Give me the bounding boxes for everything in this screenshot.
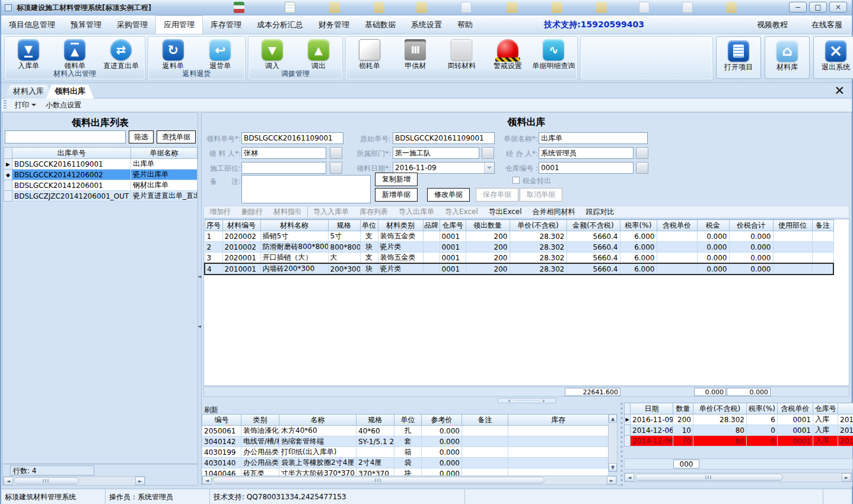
cell-quantity[interactable]: 10	[673, 425, 693, 436]
cell-material-code[interactable]: 2020001	[222, 253, 260, 264]
cell-category[interactable]: 瓷片类	[378, 263, 423, 275]
cell-amount[interactable]: 5660.4	[566, 253, 620, 264]
cell-unit[interactable]: 扎	[394, 426, 422, 436]
cell-doc-name[interactable]: 出库单	[131, 159, 198, 170]
ribbon-button[interactable]: 退出系统	[813, 36, 853, 79]
cell-material-name[interactable]: 插销5寸	[260, 231, 328, 242]
scroll-left-icon[interactable]: ◄	[625, 473, 634, 481]
grid-toolbar-button[interactable]: 导入出库单	[393, 207, 440, 217]
cell-unit[interactable]: 袋	[394, 458, 422, 468]
column-header[interactable]: 税金	[697, 220, 729, 231]
cell-quantity[interactable]: 200	[466, 263, 510, 275]
cell-year[interactable]: 2014	[838, 425, 853, 436]
cell-total-with-tax[interactable]: 0.000	[729, 231, 773, 242]
cell-unit[interactable]: 套	[394, 436, 422, 447]
cell-name[interactable]: 打印纸(出入库单)	[279, 447, 357, 458]
cell-material-code[interactable]: 2020002	[222, 231, 260, 242]
column-header[interactable]: 类别	[241, 414, 279, 426]
column-header[interactable]: 数量	[673, 403, 693, 414]
cell-doc-name[interactable]: 钢材出库单	[131, 180, 198, 191]
browse-button[interactable]	[330, 147, 342, 159]
tax-transfer-checkbox[interactable]	[513, 177, 520, 184]
cell-name[interactable]: 热缩套管终端	[279, 436, 357, 447]
cell-tax-rate[interactable]: 0	[747, 436, 778, 446]
cell-unit-price[interactable]: 80	[693, 436, 747, 446]
cell-index[interactable]: 1	[205, 231, 222, 242]
ribbon-button[interactable]: 打开项目	[716, 36, 761, 79]
cell-unit-price[interactable]: 28.302	[510, 231, 566, 242]
column-header[interactable]: 日期	[631, 403, 673, 414]
cell-category[interactable]: 装饰油漆化工类	[241, 426, 279, 436]
cell-unit-price[interactable]: 28.302	[510, 263, 566, 275]
close-tab-icon[interactable]: ✕	[834, 84, 845, 97]
cell-code[interactable]: 3040142	[202, 436, 241, 447]
cell-category[interactable]: 瓷片类	[378, 242, 423, 253]
horizontal-scrollbar[interactable]: ◄ ►	[202, 476, 617, 485]
restore-button[interactable]: □	[809, 2, 827, 12]
table-row[interactable]: 2050061 装饰油漆化工类 木方40*60 40*60 扎 0.000	[202, 426, 609, 436]
cell-tax[interactable]: 0.000	[697, 253, 729, 264]
browse-button[interactable]	[330, 162, 342, 174]
cell-code[interactable]: 4030199	[202, 447, 241, 458]
menu-item[interactable]: 库存管理	[203, 15, 249, 34]
cell-warehouse[interactable]: 0001	[440, 231, 466, 242]
cell-quantity[interactable]: 200	[466, 242, 510, 253]
ribbon-button[interactable]: 单据明细查询	[531, 38, 576, 71]
cell-spec[interactable]: 5寸	[328, 231, 360, 242]
vertical-scrollbar[interactable]: ▲ ▼	[608, 414, 618, 472]
column-header[interactable]: 单价(不含税)	[693, 403, 747, 414]
cell-material-name[interactable]: 防滑耐磨砖800*800	[260, 242, 328, 253]
cell-price-with-tax[interactable]	[657, 263, 697, 275]
table-row[interactable]: 4 2010001 内墙砖200*300 200*300 块 瓷片类 0001 …	[205, 263, 833, 275]
cell-remark[interactable]	[462, 447, 508, 458]
original-no-field[interactable]	[393, 132, 495, 144]
cell-doc-name[interactable]: 瓷片直进直出单_直出单	[131, 191, 198, 202]
column-header[interactable]: 税率(%)	[620, 220, 657, 231]
cell-warehouse[interactable]: 0001	[440, 263, 466, 275]
browse-button[interactable]	[636, 147, 648, 159]
modify-document-button[interactable]: 修改单据	[427, 188, 470, 202]
scroll-right-icon[interactable]: ►	[607, 476, 616, 484]
ribbon-button[interactable]: 材料库	[765, 36, 810, 79]
cell-unit[interactable]: 块	[360, 242, 378, 253]
cell-category[interactable]: 电线管/槽/桥架	[241, 436, 279, 447]
decimal-settings-button[interactable]: 小数点设置	[41, 100, 86, 110]
column-header[interactable]: 仓库号	[813, 403, 838, 414]
cell-date[interactable]: 2014-12-06	[631, 425, 673, 436]
ribbon-button[interactable]: 入库单	[6, 38, 51, 71]
column-header[interactable]: 材料名称	[260, 220, 328, 231]
cell-code[interactable]: 2050061	[202, 426, 241, 436]
cell-year[interactable]: 2016	[838, 414, 853, 425]
cell-doc-number[interactable]: BDSLGCCK20141206002	[12, 170, 131, 180]
cell-tax-rate[interactable]: 6.000	[620, 231, 657, 242]
ribbon-button[interactable]: 返料单	[151, 38, 196, 71]
scroll-down-icon[interactable]: ▼	[609, 463, 617, 471]
search-input[interactable]	[5, 130, 126, 143]
handler-field[interactable]	[539, 147, 634, 159]
cell-unit[interactable]: 支	[360, 253, 378, 264]
cell-remark[interactable]	[462, 426, 508, 436]
cell-material-name[interactable]: 内墙砖200*300	[260, 263, 328, 275]
cell-spec[interactable]	[357, 447, 394, 458]
table-row[interactable]: 2 2010002 防滑耐磨砖800*800 800*800 块 瓷片类 000…	[205, 242, 833, 253]
cell-tax-rate[interactable]: 6	[747, 414, 778, 425]
browse-button[interactable]	[482, 147, 494, 159]
close-button[interactable]: ×	[829, 2, 847, 12]
browse-button[interactable]	[636, 162, 648, 174]
cell-tax[interactable]: 0.000	[697, 231, 729, 242]
table-row[interactable]: 3 2020001 开口插销（大） 大 支 装饰五金类 0001 200 28.…	[205, 253, 833, 264]
cell-code[interactable]: 4030140	[202, 458, 241, 468]
cell-spec[interactable]: 40*60	[357, 426, 394, 436]
cell-unit-price[interactable]: 28.302	[510, 242, 566, 253]
table-row[interactable]: 4030199 办公用品类 打印纸(出入库单) 箱 0.000	[202, 447, 609, 458]
column-header[interactable]: 单位	[394, 414, 422, 426]
column-header[interactable]: 含税单价	[778, 403, 813, 414]
cell-ref-price[interactable]: 0.000	[422, 447, 462, 458]
save-document-button[interactable]: 保存单据	[476, 188, 518, 202]
cell-doc-name[interactable]: 瓷片出库单	[131, 170, 198, 180]
horizontal-scrollbar[interactable]: ◄ ►	[624, 473, 852, 482]
column-header[interactable]: 序号	[205, 220, 222, 231]
list-item[interactable]: BDSLGCCK20141206001 钢材出库单	[4, 180, 198, 191]
horizontal-scrollbar[interactable]: ◄ ►	[3, 476, 145, 486]
column-header[interactable]: 材料编号	[222, 220, 260, 231]
